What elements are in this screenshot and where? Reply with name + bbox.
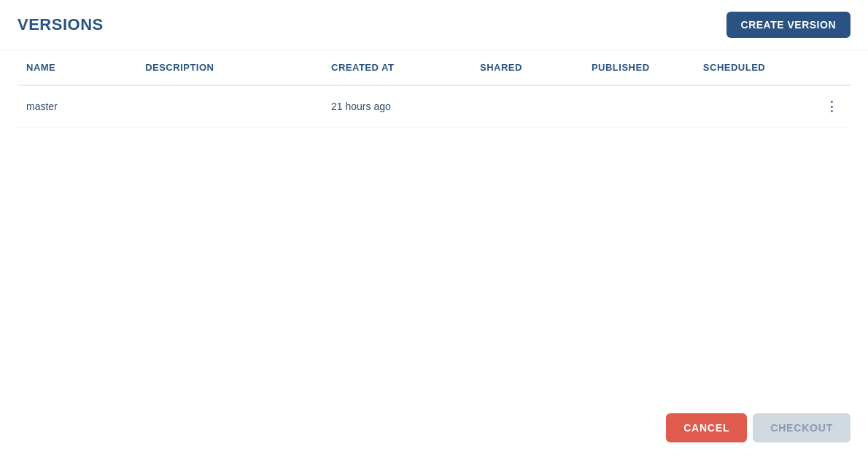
page-header: VERSIONS CREATE VERSION	[0, 0, 868, 50]
cell-actions: ⋮	[806, 85, 850, 128]
cancel-button[interactable]: CANCEL	[666, 413, 747, 442]
col-header-scheduled: SCHEDULED	[694, 50, 806, 85]
cell-scheduled	[694, 85, 806, 128]
cell-created-at: 21 hours ago	[322, 85, 471, 128]
checkout-button[interactable]: CHECKOUT	[753, 413, 850, 442]
row-more-options-icon[interactable]: ⋮	[821, 96, 842, 117]
create-version-button[interactable]: CREATE VERSION	[726, 12, 850, 38]
page-title: VERSIONS	[18, 15, 104, 34]
table-row: master 21 hours ago ⋮	[18, 85, 850, 128]
col-header-created-at: CREATED AT	[322, 50, 471, 85]
versions-table-container: NAME DESCRIPTION CREATED AT SHARED PUBLI…	[0, 50, 868, 128]
col-header-shared: SHARED	[471, 50, 583, 85]
cell-published	[583, 85, 694, 128]
col-header-description: DESCRIPTION	[136, 50, 322, 85]
col-header-published: PUBLISHED	[583, 50, 694, 85]
col-header-actions	[806, 50, 850, 85]
table-body: master 21 hours ago ⋮	[18, 85, 850, 128]
footer-buttons: CANCEL CHECKOUT	[666, 413, 850, 442]
cell-shared	[471, 85, 583, 128]
cell-description	[136, 85, 322, 128]
col-header-name: NAME	[18, 50, 136, 85]
cell-name: master	[18, 85, 136, 128]
versions-table: NAME DESCRIPTION CREATED AT SHARED PUBLI…	[18, 50, 850, 128]
table-header-row: NAME DESCRIPTION CREATED AT SHARED PUBLI…	[18, 50, 850, 85]
table-header: NAME DESCRIPTION CREATED AT SHARED PUBLI…	[18, 50, 850, 85]
